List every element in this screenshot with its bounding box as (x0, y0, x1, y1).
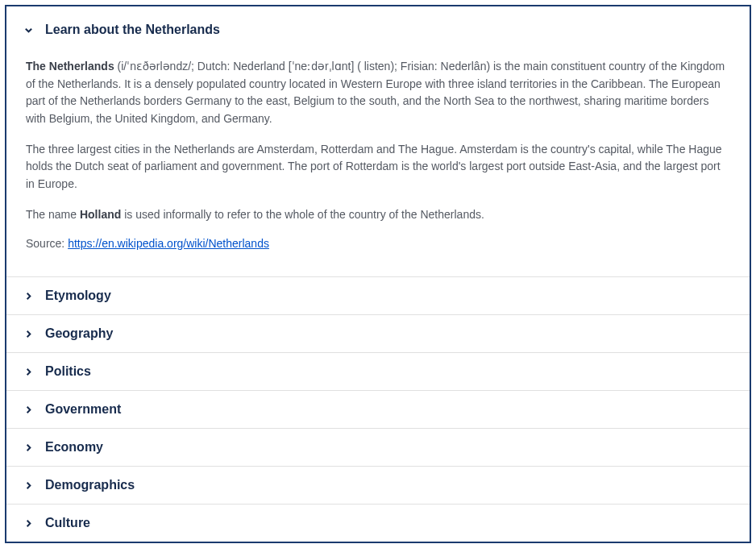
accordion-title: Learn about the Netherlands (45, 23, 220, 37)
accordion-item-etymology: Etymology (6, 277, 750, 315)
source-label: Source: (26, 237, 68, 250)
bold-text: The Netherlands (26, 60, 114, 73)
chevron-right-icon (23, 404, 34, 415)
paragraph-3: The name Holland is used informally to r… (26, 206, 730, 224)
accordion-header-learn[interactable]: Learn about the Netherlands (6, 6, 750, 45)
accordion-item-politics: Politics (6, 353, 750, 391)
accordion-item-culture: Culture (6, 505, 750, 542)
bold-text: Holland (80, 208, 121, 221)
chevron-right-icon (23, 480, 34, 491)
accordion-item-demographics: Demographics (6, 467, 750, 505)
accordion-item-learn: Learn about the Netherlands The Netherla… (6, 6, 750, 277)
paragraph-2: The three largest cities in the Netherla… (26, 141, 730, 193)
accordion-container: Learn about the Netherlands The Netherla… (5, 5, 751, 543)
accordion-item-government: Government (6, 391, 750, 429)
text: is used informally to refer to the whole… (121, 208, 484, 221)
source-line: Source: https://en.wikipedia.org/wiki/Ne… (26, 235, 730, 253)
accordion-header-politics[interactable]: Politics (6, 353, 750, 390)
accordion-item-economy: Economy (6, 429, 750, 467)
accordion-title: Politics (45, 364, 91, 379)
accordion-title: Demographics (45, 478, 135, 492)
accordion-title: Government (45, 402, 121, 417)
accordion-title: Economy (45, 440, 103, 455)
accordion-header-culture[interactable]: Culture (6, 505, 750, 542)
chevron-right-icon (23, 517, 34, 529)
text: (i/ˈnɛðərləndz/; Dutch: Nederland [ˈneːd… (26, 60, 725, 125)
chevron-right-icon (23, 442, 34, 453)
accordion-header-geography[interactable]: Geography (6, 315, 750, 352)
chevron-right-icon (23, 290, 34, 301)
accordion-header-government[interactable]: Government (6, 391, 750, 428)
source-link[interactable]: https://en.wikipedia.org/wiki/Netherland… (68, 237, 269, 250)
paragraph-1: The Netherlands (i/ˈnɛðərləndz/; Dutch: … (26, 58, 730, 128)
accordion-header-economy[interactable]: Economy (6, 429, 750, 466)
accordion-title: Etymology (45, 289, 111, 303)
accordion-item-geography: Geography (6, 315, 750, 353)
chevron-right-icon (23, 366, 34, 377)
accordion-header-etymology[interactable]: Etymology (6, 277, 750, 314)
accordion-header-demographics[interactable]: Demographics (6, 467, 750, 504)
chevron-down-icon (23, 24, 34, 35)
accordion-title: Culture (45, 516, 90, 530)
text: The name (26, 208, 80, 221)
accordion-title: Geography (45, 326, 113, 341)
chevron-right-icon (23, 328, 34, 339)
accordion-content-learn: The Netherlands (i/ˈnɛðərləndz/; Dutch: … (6, 45, 750, 276)
